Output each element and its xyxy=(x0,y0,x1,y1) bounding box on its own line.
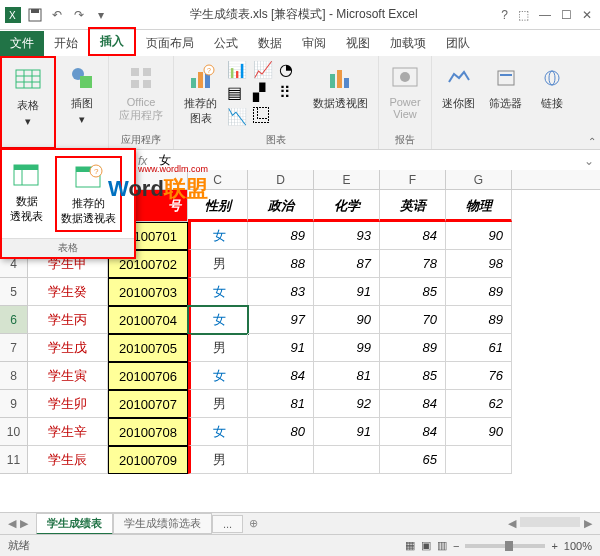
minimize-icon[interactable]: — xyxy=(539,8,551,22)
cell-chem[interactable]: 91 xyxy=(314,418,380,446)
cell-gender[interactable]: 男 xyxy=(188,250,248,278)
cell-name[interactable]: 学生卯 xyxy=(28,390,108,418)
expand-formula-icon[interactable]: ⌄ xyxy=(578,154,600,168)
header-phys[interactable]: 物理 xyxy=(446,190,512,222)
area-chart-icon[interactable]: ▞ xyxy=(253,83,277,104)
tab-formula[interactable]: 公式 xyxy=(204,31,248,56)
cell-phys[interactable]: 90 xyxy=(446,418,512,446)
help-icon[interactable]: ? xyxy=(501,8,508,22)
tab-addins[interactable]: 加载项 xyxy=(380,31,436,56)
tab-home[interactable]: 开始 xyxy=(44,31,88,56)
cell-chem[interactable]: 93 xyxy=(314,222,380,250)
cell-name[interactable]: 学生寅 xyxy=(28,362,108,390)
tab-review[interactable]: 审阅 xyxy=(292,31,336,56)
formula-input[interactable]: 女 xyxy=(153,152,578,169)
cell-politics[interactable]: 83 xyxy=(248,278,314,306)
save-icon[interactable] xyxy=(26,6,44,24)
colhead-g[interactable]: G xyxy=(446,170,512,189)
cell-politics[interactable]: 80 xyxy=(248,418,314,446)
hscroll-right-icon[interactable]: ▶ xyxy=(584,517,592,530)
cell-id[interactable]: 20100705 xyxy=(108,334,188,362)
normal-view-icon[interactable]: ▦ xyxy=(405,539,415,552)
cell-gender[interactable]: 女 xyxy=(188,278,248,306)
hbar-chart-icon[interactable]: ▤ xyxy=(227,83,251,104)
bar-chart-icon[interactable]: 📊 xyxy=(227,60,251,81)
cell-eng[interactable]: 65 xyxy=(380,446,446,474)
cell-gender[interactable]: 女 xyxy=(188,222,248,250)
cell-phys[interactable]: 62 xyxy=(446,390,512,418)
cell-eng[interactable]: 78 xyxy=(380,250,446,278)
cell-name[interactable]: 学生丙 xyxy=(28,306,108,334)
cell-eng[interactable]: 85 xyxy=(380,278,446,306)
undo-icon[interactable]: ↶ xyxy=(48,6,66,24)
colhead-f[interactable]: F xyxy=(380,170,446,189)
cell-chem[interactable]: 92 xyxy=(314,390,380,418)
cell-phys[interactable]: 98 xyxy=(446,250,512,278)
cell-eng[interactable]: 89 xyxy=(380,334,446,362)
tab-insert[interactable]: 插入 xyxy=(88,27,136,56)
cell-gender[interactable]: 女 xyxy=(188,362,248,390)
colhead-e[interactable]: E xyxy=(314,170,380,189)
cell-politics[interactable] xyxy=(248,446,314,474)
cell-eng[interactable]: 85 xyxy=(380,362,446,390)
cell-chem[interactable]: 91 xyxy=(314,278,380,306)
cell-name[interactable]: 学生辰 xyxy=(28,446,108,474)
cell-politics[interactable]: 84 xyxy=(248,362,314,390)
cell-politics[interactable]: 88 xyxy=(248,250,314,278)
tab-file[interactable]: 文件 xyxy=(0,31,44,56)
cell-id[interactable]: 20100704 xyxy=(108,306,188,334)
hscroll-left-icon[interactable]: ◀ xyxy=(508,517,516,530)
cell-id[interactable]: 20100708 xyxy=(108,418,188,446)
close-icon[interactable]: ✕ xyxy=(582,8,592,22)
filter-button[interactable]: 筛选器 xyxy=(485,60,526,113)
hscroll-track[interactable] xyxy=(520,517,580,527)
cell-politics[interactable]: 89 xyxy=(248,222,314,250)
cell-id[interactable]: 20100707 xyxy=(108,390,188,418)
rowhead[interactable]: 7 xyxy=(0,334,28,362)
cell-politics[interactable]: 91 xyxy=(248,334,314,362)
pie-chart-icon[interactable]: ◔ xyxy=(279,60,303,81)
sheet-tab-more[interactable]: ... xyxy=(212,515,243,533)
cell-phys[interactable]: 76 xyxy=(446,362,512,390)
cell-gender[interactable]: 男 xyxy=(188,334,248,362)
cell-id[interactable]: 20100703 xyxy=(108,278,188,306)
sparkline-button[interactable]: 迷你图 xyxy=(438,60,479,113)
cell-gender[interactable]: 男 xyxy=(188,446,248,474)
sheet-prev-icon[interactable]: ◀ xyxy=(8,517,16,530)
cell-chem[interactable]: 87 xyxy=(314,250,380,278)
illustrations-button[interactable]: 插图 ▾ xyxy=(62,60,102,128)
pivotchart-button[interactable]: 数据透视图 xyxy=(309,60,372,128)
header-politics[interactable]: 政治 xyxy=(248,190,314,222)
page-layout-icon[interactable]: ▣ xyxy=(421,539,431,552)
tab-layout[interactable]: 页面布局 xyxy=(136,31,204,56)
office-apps-button[interactable]: Office 应用程序 xyxy=(115,60,167,125)
recommended-charts-button[interactable]: ? 推荐的 图表 xyxy=(180,60,221,128)
cell-eng[interactable]: 84 xyxy=(380,390,446,418)
cell-eng[interactable]: 70 xyxy=(380,306,446,334)
cell-id[interactable]: 20100709 xyxy=(108,446,188,474)
cell-gender[interactable]: 女 xyxy=(188,418,248,446)
cell-eng[interactable]: 84 xyxy=(380,222,446,250)
scatter-chart-icon[interactable]: ⠿ xyxy=(279,83,303,104)
cell-phys[interactable] xyxy=(446,446,512,474)
sheet-tab-2[interactable]: 学生成绩筛选表 xyxy=(113,513,212,534)
line-chart-icon[interactable]: 📈 xyxy=(253,60,277,81)
ribbon-collapse-icon[interactable]: ⌃ xyxy=(588,136,596,147)
stock-chart-icon[interactable]: 📉 xyxy=(227,107,251,128)
tab-view[interactable]: 视图 xyxy=(336,31,380,56)
cell-phys[interactable]: 89 xyxy=(446,306,512,334)
zoom-in-icon[interactable]: + xyxy=(551,540,557,552)
pivottable-button[interactable]: 数据 透视表 xyxy=(6,156,47,232)
zoom-slider[interactable] xyxy=(465,544,545,548)
cell-chem[interactable]: 90 xyxy=(314,306,380,334)
cell-phys[interactable]: 61 xyxy=(446,334,512,362)
cell-chem[interactable] xyxy=(314,446,380,474)
cell-name[interactable]: 学生辛 xyxy=(28,418,108,446)
ribbon-options-icon[interactable]: ⬚ xyxy=(518,8,529,22)
sheet-tab-1[interactable]: 学生成绩表 xyxy=(36,513,113,535)
zoom-out-icon[interactable]: − xyxy=(453,540,459,552)
rowhead[interactable]: 8 xyxy=(0,362,28,390)
rowhead[interactable]: 6 xyxy=(0,306,28,334)
cell-phys[interactable]: 89 xyxy=(446,278,512,306)
header-eng[interactable]: 英语 xyxy=(380,190,446,222)
